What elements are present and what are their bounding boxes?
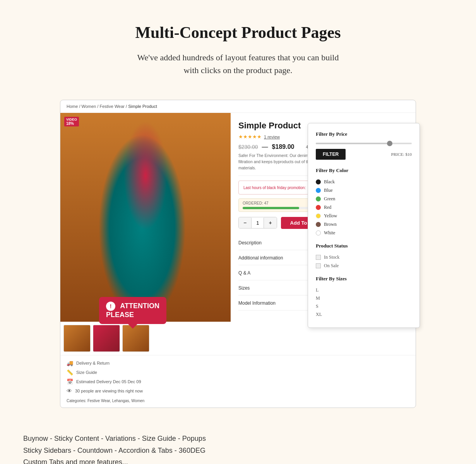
countdown-label: Last hours of black friday promotion:	[243, 186, 306, 190]
on-sale-checkbox[interactable]	[316, 263, 321, 268]
thumbnail-3[interactable]	[122, 325, 149, 352]
thumbnails-row	[60, 322, 231, 355]
quantity-value: 1	[251, 218, 264, 228]
in-stock-label: In Stock	[324, 254, 339, 260]
color-item-red[interactable]: Red	[316, 205, 412, 210]
eye-icon: 👁	[67, 388, 72, 394]
features-line1: Buynow - Sticky Content - Variations - S…	[23, 435, 206, 442]
page-title: Multi-Concept Product Pages	[8, 23, 468, 42]
size-m[interactable]: M	[316, 295, 412, 301]
product-image-main: VIDEO 18%	[60, 113, 231, 322]
thumbnail-2[interactable]	[93, 325, 120, 352]
viewers-row: 👁 30 people are viewing this right now	[67, 388, 409, 394]
color-label-green: Green	[324, 196, 335, 202]
review-count[interactable]: 1 review	[264, 135, 280, 139]
qty-decrease-button[interactable]: −	[239, 217, 251, 228]
estimated-row: 📅 Estimated Delivery Dec 05 Dec 09	[67, 379, 409, 385]
sizes-section: Filter By Sizes L M S XL	[316, 276, 412, 317]
in-stock-checkbox[interactable]	[316, 255, 321, 260]
new-price: $189.00	[272, 143, 295, 150]
price-slider[interactable]	[316, 143, 412, 144]
color-label-yellow: Yellow	[324, 213, 337, 219]
quantity-control[interactable]: − 1 +	[238, 217, 277, 229]
price-slider-thumb[interactable]	[387, 141, 392, 146]
star-rating: ★★★★★	[238, 134, 262, 140]
product-bottom-tabs: 🚚 Delivery & Return 📏 Size Guide 📅 Estim…	[60, 355, 416, 408]
color-item-brown[interactable]: Brown	[316, 222, 412, 227]
old-price: $230.00	[238, 144, 258, 150]
price-slider-fill	[316, 143, 392, 144]
page-subtitle: We've added hundreds of layout features …	[8, 51, 468, 77]
green-dot	[316, 196, 321, 201]
video-badge: VIDEO 18%	[64, 117, 79, 126]
size-xl[interactable]: XL	[316, 312, 412, 317]
screenshot-container: Home / Women / Festive Wear / Simple Pro…	[60, 100, 416, 408]
color-label-brown: Brown	[324, 222, 337, 227]
color-label-white: White	[324, 230, 335, 236]
filter-sidebar: Filter By Price FILTER PRICE: $10 Filter…	[308, 123, 420, 328]
color-label-black: Black	[324, 179, 335, 185]
status-section: Product Status In Stock On Sale	[316, 243, 412, 269]
attention-badge: ATTENTION PLEASE	[99, 297, 166, 324]
delivery-row: 🚚 Delivery & Return	[67, 360, 409, 366]
calendar-icon: 📅	[67, 379, 73, 385]
status-in-stock[interactable]: In Stock	[316, 254, 412, 260]
color-item-green[interactable]: Green	[316, 196, 412, 202]
red-dot	[316, 205, 321, 210]
filter-price-title: Filter By Price	[316, 131, 412, 137]
blue-dot	[316, 188, 321, 193]
size-l[interactable]: L	[316, 287, 412, 293]
arrow-down-icon	[128, 324, 137, 329]
page-header: Multi-Concept Product Pages We've added …	[0, 0, 476, 84]
brown-dot	[316, 222, 321, 227]
color-item-blue[interactable]: Blue	[316, 188, 412, 193]
color-label-blue: Blue	[324, 188, 333, 193]
thumbnail-1[interactable]	[63, 325, 91, 352]
color-item-white[interactable]: White	[316, 230, 412, 236]
white-dot	[316, 230, 321, 235]
color-item-black[interactable]: Black	[316, 179, 412, 185]
ruler-icon: 📏	[67, 369, 73, 375]
qty-increase-button[interactable]: +	[264, 217, 276, 228]
features-line2: Sticky Sidebars - Countdown - Accordion …	[23, 447, 205, 454]
size-guide-row: 📏 Size Guide	[67, 369, 409, 375]
filter-status-title: Product Status	[316, 243, 412, 249]
product-image-section: VIDEO 18% ATTENTION PLEASE	[60, 113, 231, 355]
size-s[interactable]: S	[316, 304, 412, 309]
price-label: PRICE: $10	[391, 152, 412, 157]
features-line3: Custom Tabs and more features...	[23, 458, 128, 464]
progress-bar-fill	[243, 207, 299, 209]
yellow-dot	[316, 213, 321, 218]
filter-sizes-title: Filter By Sizes	[316, 276, 412, 282]
breadcrumb: Home / Women / Festive Wear / Simple Pro…	[60, 100, 416, 113]
truck-icon: 🚚	[67, 360, 73, 366]
on-sale-label: On Sale	[324, 263, 339, 269]
color-section: Filter By Color Black Blue Green Red Yel…	[316, 167, 412, 236]
categories-row: Categories: Festive Wear, Lehangas, Wome…	[67, 399, 409, 403]
color-label-red: Red	[324, 205, 331, 210]
filter-btn-row: FILTER PRICE: $10	[316, 149, 412, 160]
saree-figure	[60, 113, 231, 322]
color-item-yellow[interactable]: Yellow	[316, 213, 412, 219]
bottom-features: Buynow - Sticky Content - Variations - S…	[0, 423, 476, 464]
black-dot	[316, 179, 321, 184]
filter-color-title: Filter By Color	[316, 167, 412, 174]
status-on-sale[interactable]: On Sale	[316, 263, 412, 269]
filter-button[interactable]: FILTER	[316, 149, 346, 160]
